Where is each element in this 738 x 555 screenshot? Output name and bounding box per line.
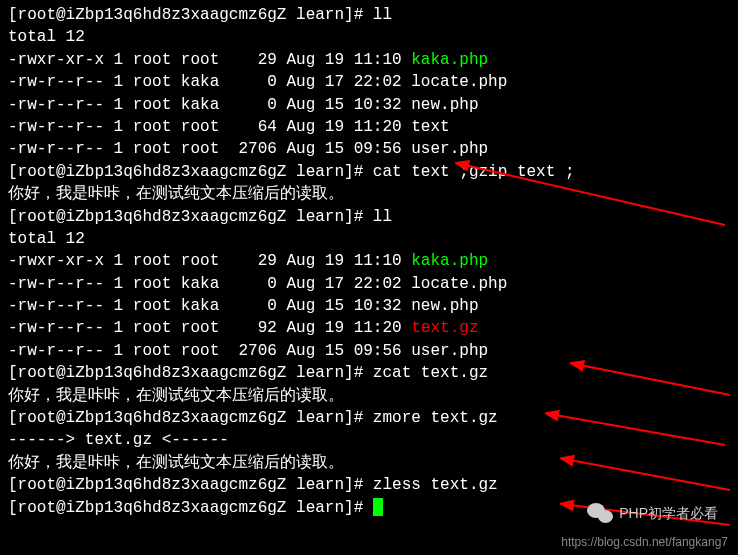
cursor[interactable] <box>373 498 383 516</box>
prompt-line: [root@iZbp13q6hd8z3xaagcmz6gZ learn]# ca… <box>8 161 730 183</box>
output-text: 你好，我是咔咔，在测试纯文本压缩后的读取。 <box>8 385 730 407</box>
terminal-output: [root@iZbp13q6hd8z3xaagcmz6gZ learn]# ll… <box>8 4 730 519</box>
blog-url: https://blog.csdn.net/fangkang7 <box>561 534 728 551</box>
file-row: -rw-r--r-- 1 root kaka 0 Aug 17 22:02 lo… <box>8 71 730 93</box>
output-text: 你好，我是咔咔，在测试纯文本压缩后的读取。 <box>8 183 730 205</box>
total-line: total 12 <box>8 228 730 250</box>
file-row: -rwxr-xr-x 1 root root 29 Aug 19 11:10 k… <box>8 49 730 71</box>
wechat-icon <box>587 503 613 525</box>
file-row: -rw-r--r-- 1 root root 64 Aug 19 11:20 t… <box>8 116 730 138</box>
file-row: -rwxr-xr-x 1 root root 29 Aug 19 11:10 k… <box>8 250 730 272</box>
total-line: total 12 <box>8 26 730 48</box>
prompt-line: [root@iZbp13q6hd8z3xaagcmz6gZ learn]# zl… <box>8 474 730 496</box>
output-text: 你好，我是咔咔，在测试纯文本压缩后的读取。 <box>8 452 730 474</box>
prompt-line: [root@iZbp13q6hd8z3xaagcmz6gZ learn]# zc… <box>8 362 730 384</box>
file-row: -rw-r--r-- 1 root kaka 0 Aug 15 10:32 ne… <box>8 94 730 116</box>
file-row: -rw-r--r-- 1 root kaka 0 Aug 15 10:32 ne… <box>8 295 730 317</box>
watermark: PHP初学者必看 <box>587 503 718 525</box>
zmore-header: ------> text.gz <------ <box>8 429 730 451</box>
watermark-text: PHP初学者必看 <box>619 504 718 524</box>
file-row: -rw-r--r-- 1 root root 2706 Aug 15 09:56… <box>8 138 730 160</box>
file-row: -rw-r--r-- 1 root root 92 Aug 19 11:20 t… <box>8 317 730 339</box>
prompt-line: [root@iZbp13q6hd8z3xaagcmz6gZ learn]# ll <box>8 4 730 26</box>
prompt-line: [root@iZbp13q6hd8z3xaagcmz6gZ learn]# ll <box>8 206 730 228</box>
file-row: -rw-r--r-- 1 root kaka 0 Aug 17 22:02 lo… <box>8 273 730 295</box>
file-row: -rw-r--r-- 1 root root 2706 Aug 15 09:56… <box>8 340 730 362</box>
prompt-line: [root@iZbp13q6hd8z3xaagcmz6gZ learn]# zm… <box>8 407 730 429</box>
